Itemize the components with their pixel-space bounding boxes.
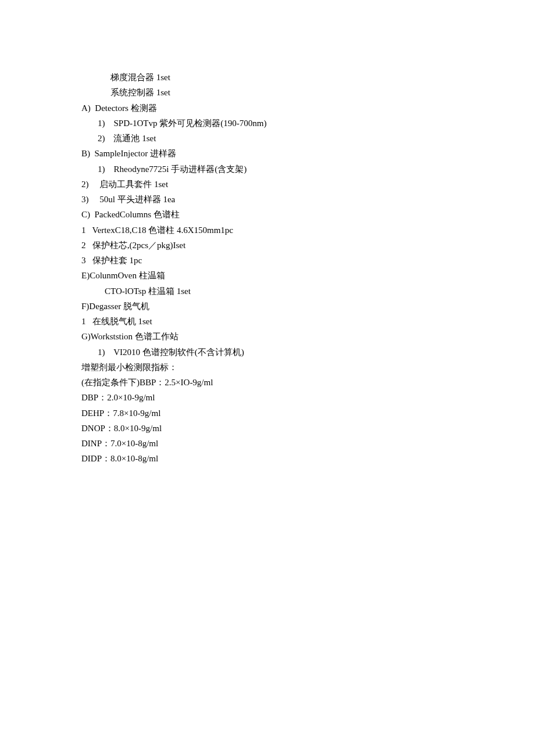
text-line: 3) 50ul 平头进样器 1ea — [81, 192, 454, 207]
text-line: DBP：2.0×10-9g/ml — [81, 390, 454, 405]
text-line: DNOP：8.0×10-9g/ml — [81, 421, 454, 436]
text-line: CTO-lOTsp 柱温箱 1set — [81, 284, 454, 299]
text-line: 3 保护柱套 1pc — [81, 253, 454, 268]
text-line: 2) 流通池 1set — [81, 131, 454, 146]
text-line: DEHP：7.8×10-9g/ml — [81, 406, 454, 421]
text-line: B) SampleInjector 进样器 — [81, 146, 454, 161]
text-line: 1 在线脱气机 1set — [81, 314, 454, 329]
text-line: 1) Rheodyne7725i 手动进样器(含支架) — [81, 162, 454, 177]
text-line: C) PackedColumns 色谱柱 — [81, 207, 454, 222]
text-line: DIDP：8.0×10-8g/ml — [81, 451, 454, 466]
text-line: DINP：7.0×10-8g/ml — [81, 436, 454, 451]
text-line: 1) VI2010 色谱控制软件(不含计算机) — [81, 345, 454, 360]
text-line: (在指定条件下)BBP：2.5×IO-9g/ml — [81, 375, 454, 390]
text-line: 1 VertexC18,C18 色谱柱 4.6X150mm1pc — [81, 223, 454, 238]
text-line: A) Detectors 检测器 — [81, 101, 454, 116]
text-line: 2 保护柱芯,(2pcs／pkg)Iset — [81, 238, 454, 253]
text-line: 2) 启动工具套件 1set — [81, 177, 454, 192]
text-line: E)ColunmOven 柱温箱 — [81, 268, 454, 283]
text-line: G)Workststion 色谱工作站 — [81, 329, 454, 344]
document-body: 梯度混合器 1set 系统控制器 1set A) Detectors 检测器 1… — [81, 70, 454, 467]
text-line: 梯度混合器 1set — [81, 70, 454, 85]
text-line: F)Degasser 脱气机 — [81, 299, 454, 314]
text-line: 增塑剂最小检测限指标： — [81, 360, 454, 375]
text-line: 1) SPD-1OTvp 紫外可见检测器(190-700nm) — [81, 116, 454, 131]
text-line: 系统控制器 1set — [81, 85, 454, 100]
